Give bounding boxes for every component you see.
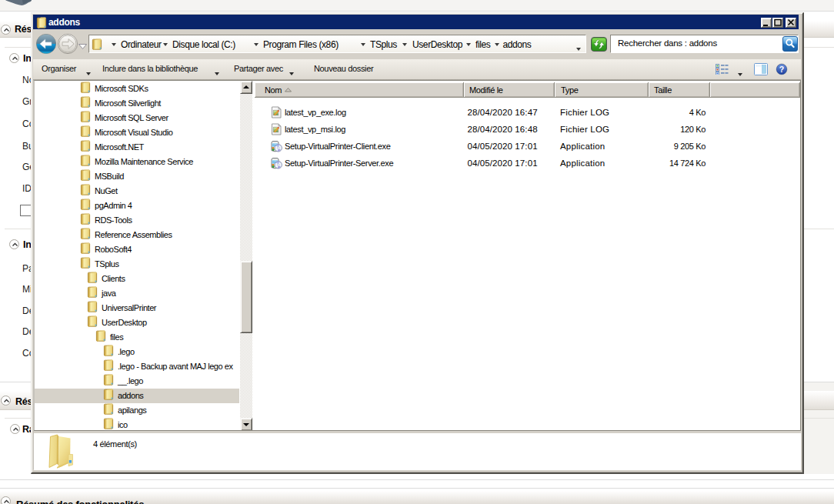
- svg-text:?: ?: [779, 65, 784, 74]
